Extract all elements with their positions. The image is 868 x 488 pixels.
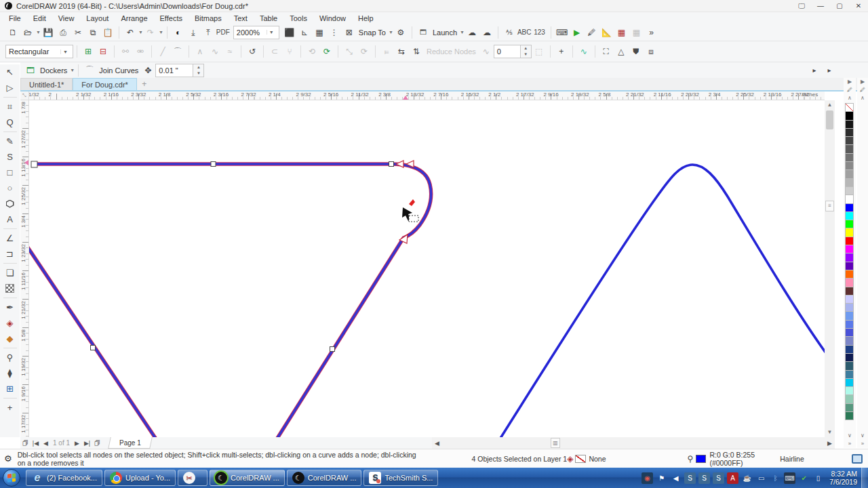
numbering-123-button[interactable]: 123 <box>533 26 547 39</box>
ruler-origin[interactable]: ⤡ <box>20 92 29 100</box>
color-swatch[interactable] <box>845 161 854 170</box>
ellipse-tool[interactable]: ○ <box>2 180 18 196</box>
menu-item-tools[interactable]: Tools <box>283 14 313 23</box>
start-button[interactable] <box>3 469 20 487</box>
fullscreen-preview-button[interactable]: ⬛ <box>283 26 296 39</box>
taskbar-button-coreldraw[interactable]: ☾CorelDRAW ... <box>210 470 285 486</box>
snagit-s1-tray-icon[interactable]: S <box>684 472 696 484</box>
menu-item-table[interactable]: Table <box>254 14 283 23</box>
color-swatch[interactable] <box>845 403 854 412</box>
distort-tool-button[interactable]: △ <box>614 45 628 58</box>
launch-dropdown[interactable]: 🗔Launch▼ <box>416 26 465 39</box>
color-swatch[interactable] <box>845 186 854 195</box>
measure-button[interactable]: 📐 <box>600 26 614 39</box>
color-swatch[interactable] <box>845 111 854 120</box>
display-tray-icon[interactable]: ▭ <box>755 472 767 484</box>
next-page-icon[interactable]: ▶ <box>72 438 82 448</box>
menu-item-window[interactable]: Window <box>313 14 352 23</box>
java-tray-icon[interactable]: ☕ <box>741 472 753 484</box>
taskbar-button-coreldraw2[interactable]: ☾CorelDRAW ... <box>287 470 362 486</box>
color-swatch[interactable] <box>845 120 854 129</box>
delete-node-button[interactable]: ⊟ <box>96 45 110 58</box>
color-swatch[interactable] <box>845 320 854 329</box>
artistic-media-tool[interactable]: S <box>2 149 18 165</box>
snap-off-button[interactable]: ⊠ <box>342 26 356 39</box>
spellcheck-abc-button[interactable]: ABC <box>517 26 532 39</box>
stretch-nodes-button[interactable]: ⤡ <box>342 45 356 58</box>
curve-node[interactable] <box>389 162 394 167</box>
pick-tool[interactable]: ↖ <box>2 64 18 80</box>
show-rulers-button[interactable]: ⊾ <box>298 26 311 39</box>
scroll-left-icon[interactable]: ◀ <box>432 438 442 448</box>
rectangle-tool[interactable]: □ <box>2 165 18 180</box>
copy-button[interactable]: ⧉ <box>86 26 100 39</box>
new-document-button[interactable]: 🗋 <box>6 26 20 39</box>
mesh-fill-tool[interactable]: ⊞ <box>2 381 18 396</box>
scrollbar-splitter[interactable]: ≡ <box>825 201 834 211</box>
bell-curve[interactable] <box>500 165 825 437</box>
taskbar-button-chrome[interactable]: Upload - Yo... <box>104 470 176 486</box>
color-swatch[interactable] <box>845 245 854 253</box>
color-swatch[interactable] <box>845 394 854 403</box>
horizontal-ruler[interactable]: 1 31/3222 1/322 1/162 3/322 1/82 5/322 3… <box>29 92 825 100</box>
vertical-scrollbar[interactable]: ▲ ≡ ▼ <box>825 100 835 437</box>
box-select-nodes-button[interactable]: ⬚ <box>532 45 546 58</box>
options-button[interactable]: ⚙ <box>394 26 408 39</box>
close-button[interactable]: ✕ <box>849 0 868 12</box>
scroll-right-icon[interactable]: ▶ <box>825 438 835 448</box>
eyedropper-tool[interactable]: ✒ <box>2 300 18 315</box>
zoom-tool[interactable]: Q <box>2 115 18 130</box>
palette-scroll-up-icon[interactable]: ∧ <box>844 94 856 102</box>
break-node-button[interactable]: ⚮ <box>134 45 147 58</box>
color-swatch[interactable] <box>845 361 854 370</box>
dimension-tool[interactable]: ∠ <box>2 230 18 246</box>
whats-new-icon[interactable]: 🖵 <box>792 0 811 12</box>
color-swatch[interactable] <box>845 144 854 153</box>
color-swatch[interactable] <box>845 386 854 395</box>
acrobat-tray-icon[interactable]: A <box>727 472 738 484</box>
document-tab-for-doug-cdr-[interactable]: For Doug.cdr* <box>73 78 136 90</box>
volume-tray-icon[interactable]: ◀ <box>670 472 682 484</box>
cloud-download-button[interactable]: ☁ <box>480 26 494 39</box>
color-swatch[interactable] <box>845 195 854 203</box>
color-swatch[interactable] <box>845 295 854 304</box>
menu-item-arrange[interactable]: Arrange <box>115 14 153 23</box>
menu-item-text[interactable]: Text <box>228 14 254 23</box>
extend-curve-button[interactable]: ⊂ <box>268 45 281 58</box>
menu-item-layout[interactable]: Layout <box>80 14 115 23</box>
taskbar-button-internet-explorer[interactable]: e(2) Facebook... <box>26 470 102 486</box>
add-node-button[interactable]: ⊞ <box>81 45 95 58</box>
color-swatch[interactable] <box>845 169 854 178</box>
smooth-node-button[interactable]: ∿ <box>208 45 222 58</box>
color-proof-monitor-icon[interactable] <box>852 454 863 464</box>
curve-smoothness-input[interactable]: 0 <box>494 45 521 58</box>
menu-item-bitmaps[interactable]: Bitmaps <box>189 14 228 23</box>
freehand-tool[interactable]: ✎ <box>2 134 18 149</box>
color-swatch[interactable] <box>845 220 854 228</box>
curve-node[interactable] <box>330 347 335 352</box>
horizontal-scrollbar[interactable]: ◀ ▥ ▶ <box>432 437 835 449</box>
palette-flyout-icon[interactable]: ▶ <box>844 78 856 86</box>
taskbar-button-snipping-tool[interactable]: ✂ <box>178 470 208 486</box>
maximize-button[interactable]: ▢ <box>830 0 849 12</box>
vertical-scroll-thumb[interactable] <box>826 110 833 129</box>
dockers-label[interactable]: Dockers <box>40 66 67 75</box>
extract-subpath-button[interactable]: ⑂ <box>283 45 296 58</box>
save-button[interactable]: 💾 <box>41 26 55 39</box>
export-button[interactable]: ⤒ <box>201 26 215 39</box>
color-swatch[interactable] <box>845 311 854 320</box>
color-swatch[interactable] <box>845 237 854 245</box>
undo-button[interactable]: ↶ <box>123 26 137 39</box>
curve-smoothness-spinner[interactable]: ▲▼ <box>521 45 532 58</box>
last-page-icon[interactable]: ▶| <box>82 438 92 448</box>
selected-curve[interactable] <box>29 239 163 437</box>
cloud-upload-button[interactable]: ☁ <box>465 26 479 39</box>
color-swatch[interactable] <box>845 345 854 354</box>
color-swatch-none[interactable] <box>845 103 854 112</box>
transparency-tool[interactable] <box>2 281 18 296</box>
color-swatch[interactable] <box>845 370 854 379</box>
join-nodes-button[interactable]: ⚯ <box>119 45 132 58</box>
palette-flyout-icon[interactable]: ▶ <box>857 78 868 86</box>
crop-tool[interactable]: ⌗ <box>2 99 18 115</box>
show-desktop-button[interactable] <box>861 468 868 488</box>
